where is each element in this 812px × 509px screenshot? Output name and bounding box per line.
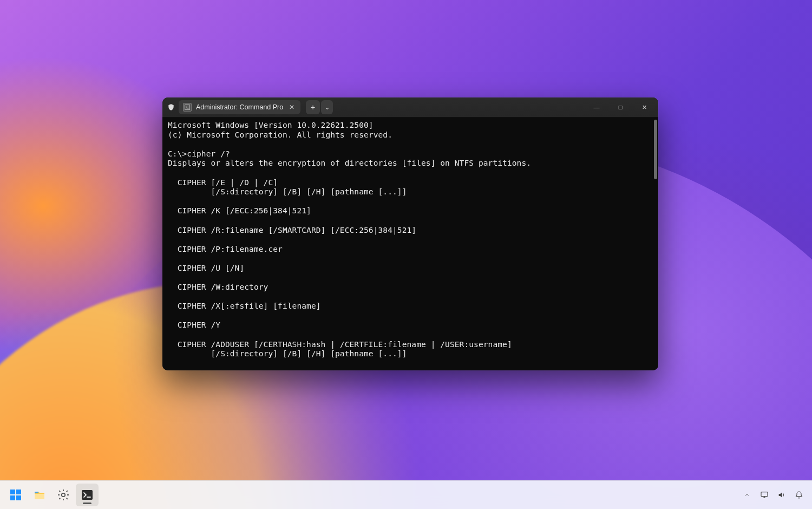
svg-rect-8 [82, 490, 93, 500]
admin-shield-icon [167, 103, 175, 112]
terminal-taskbar-button[interactable] [76, 484, 99, 506]
close-button[interactable]: ✕ [632, 99, 656, 116]
minimize-button[interactable]: ― [585, 99, 608, 116]
svg-point-7 [62, 493, 65, 497]
scrollbar-thumb[interactable] [654, 120, 657, 179]
tray-overflow-button[interactable] [739, 484, 755, 506]
svg-rect-3 [10, 495, 15, 500]
start-button[interactable] [4, 484, 27, 506]
svg-rect-4 [16, 495, 21, 500]
tray-monitor-icon[interactable] [757, 484, 772, 506]
system-tray [739, 484, 812, 506]
settings-button[interactable] [52, 484, 75, 506]
maximize-button[interactable]: □ [608, 99, 632, 116]
svg-rect-6 [35, 492, 38, 493]
new-tab-button[interactable]: + [306, 100, 320, 114]
tray-notifications-icon[interactable] [791, 484, 807, 506]
terminal-window: Administrator: Command Pro ✕ + ⌄ ― □ ✕ M… [162, 97, 658, 370]
tray-volume-icon[interactable] [774, 484, 789, 506]
tab-close-button[interactable]: ✕ [287, 103, 296, 112]
titlebar[interactable]: Administrator: Command Pro ✕ + ⌄ ― □ ✕ [162, 97, 658, 118]
terminal-output: Microsoft Windows [Version 10.0.22621.25… [162, 118, 658, 362]
svg-rect-1 [10, 490, 15, 494]
tab-command-prompt[interactable]: Administrator: Command Pro ✕ [179, 100, 300, 114]
svg-rect-2 [16, 490, 21, 494]
taskbar [0, 480, 812, 509]
cmd-icon [183, 103, 192, 112]
svg-rect-0 [185, 105, 190, 110]
file-explorer-button[interactable] [28, 484, 51, 506]
terminal-body[interactable]: Microsoft Windows [Version 10.0.22621.25… [162, 118, 658, 370]
svg-rect-9 [761, 492, 768, 497]
desktop-wallpaper: Administrator: Command Pro ✕ + ⌄ ― □ ✕ M… [0, 0, 812, 509]
tab-title: Administrator: Command Pro [196, 103, 283, 111]
tab-dropdown-button[interactable]: ⌄ [321, 100, 333, 114]
svg-rect-5 [35, 494, 44, 499]
